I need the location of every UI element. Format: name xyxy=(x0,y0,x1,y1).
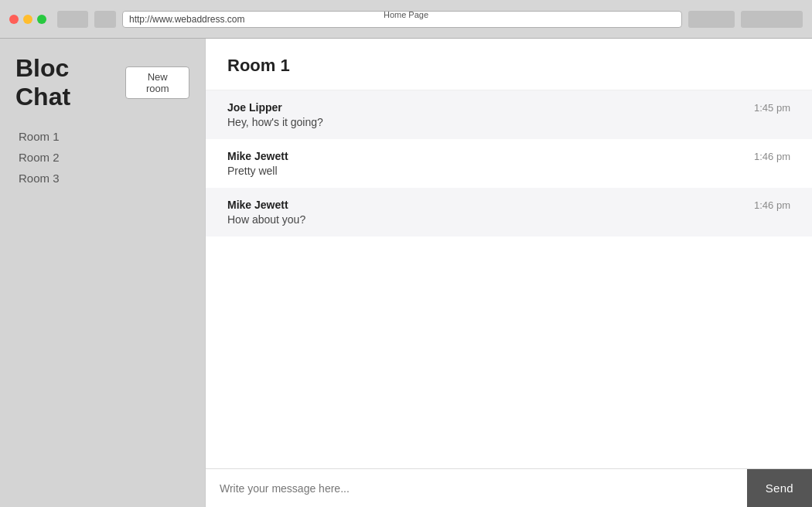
app-title: Bloc Chat xyxy=(15,54,125,111)
browser-action-button1[interactable] xyxy=(688,11,735,28)
message-sender: Mike Jewett xyxy=(227,199,288,211)
message-header-row: Mike Jewett 1:46 pm xyxy=(227,150,790,162)
message-input[interactable] xyxy=(206,469,747,507)
back-button[interactable] xyxy=(57,11,88,28)
message-body: Hey, how's it going? xyxy=(227,116,790,128)
new-room-button[interactable]: New room xyxy=(125,66,189,99)
room-list: Room 1 Room 2 Room 3 xyxy=(15,127,189,188)
browser-chrome: Home Page http://www.webaddress.com xyxy=(0,0,812,39)
message-body: How about you? xyxy=(227,213,790,226)
messages-area: Joe Lipper 1:45 pm Hey, how's it going? … xyxy=(206,90,812,468)
message-item: Mike Jewett 1:46 pm How about you? xyxy=(206,188,812,236)
sidebar-item-room2[interactable]: Room 2 xyxy=(15,148,189,167)
address-text: http://www.webaddress.com xyxy=(129,14,244,25)
chat-header: Room 1 xyxy=(206,39,812,90)
message-header-row: Mike Jewett 1:46 pm xyxy=(227,199,790,211)
forward-button[interactable] xyxy=(94,11,116,28)
main-area: Room 1 Joe Lipper 1:45 pm Hey, how's it … xyxy=(205,39,812,507)
message-item: Joe Lipper 1:45 pm Hey, how's it going? xyxy=(206,90,812,139)
message-header-row: Joe Lipper 1:45 pm xyxy=(227,101,790,114)
chat-room-title: Room 1 xyxy=(227,56,290,75)
close-icon[interactable] xyxy=(9,15,19,24)
sidebar: Bloc Chat New room Room 1 Room 2 Room 3 xyxy=(0,39,205,507)
message-sender: Joe Lipper xyxy=(227,101,282,114)
message-body: Pretty well xyxy=(227,165,790,177)
sidebar-item-room1[interactable]: Room 1 xyxy=(15,127,189,146)
page-title-bar: Home Page xyxy=(384,10,428,19)
message-time: 1:45 pm xyxy=(754,102,790,114)
app-container: Bloc Chat New room Room 1 Room 2 Room 3 … xyxy=(0,39,812,507)
traffic-lights xyxy=(9,15,46,24)
maximize-icon[interactable] xyxy=(37,15,46,24)
message-item: Mike Jewett 1:46 pm Pretty well xyxy=(206,139,812,188)
input-area: Send xyxy=(206,468,812,507)
browser-action-button2[interactable] xyxy=(741,11,803,28)
sidebar-header: Bloc Chat New room xyxy=(15,54,189,111)
message-time: 1:46 pm xyxy=(754,151,790,162)
send-button[interactable]: Send xyxy=(747,469,812,507)
sidebar-item-room3[interactable]: Room 3 xyxy=(15,168,189,188)
message-time: 1:46 pm xyxy=(754,199,790,211)
minimize-icon[interactable] xyxy=(23,15,32,24)
message-sender: Mike Jewett xyxy=(227,150,288,162)
